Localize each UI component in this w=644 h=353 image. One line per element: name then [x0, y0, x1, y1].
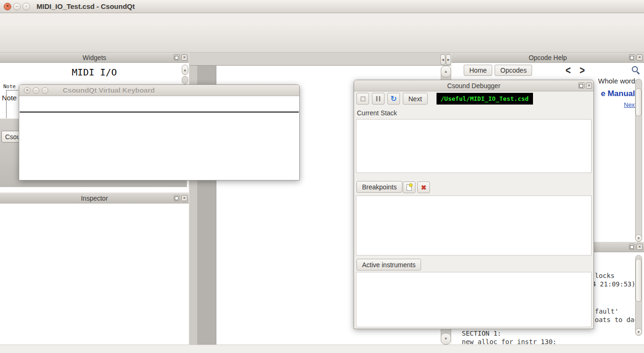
opcode-help-float-icon[interactable]	[629, 54, 635, 60]
active-instruments-table	[356, 272, 592, 327]
virtual-keyboard-window: ✕ – ▫ CsoundQt Virtual Keyboard	[19, 84, 300, 180]
tab-scroll-left-icon[interactable]: ◂	[440, 54, 445, 65]
opcode-help-titlebar: Opcode Help	[452, 53, 644, 63]
console-close-icon[interactable]	[637, 244, 643, 250]
console-output-fragment: oats to dac	[595, 316, 638, 323]
midi-io-widget-title: MIDI I/O	[0, 67, 189, 78]
widgets-close-icon[interactable]	[181, 54, 187, 60]
keyboard-close-icon[interactable]: ✕	[24, 87, 30, 94]
editor-tabbar	[189, 53, 451, 66]
inspector-dock-title: Inspector	[81, 195, 108, 202]
inspector-dock-titlebar: Inspector	[0, 193, 189, 203]
whole-words-label: Whole words	[598, 77, 639, 85]
stop-icon	[361, 97, 365, 101]
debugger-titlebar: Csound Debugger	[354, 80, 593, 91]
debug-stop-button[interactable]	[356, 93, 369, 105]
debugger-toolbar: ↻ Next /Useful/MIDI_IO_Test.csd	[356, 93, 533, 105]
active-instruments-button[interactable]: Active instruments	[356, 259, 421, 270]
groupbox-border	[6, 90, 18, 90]
keyboard-maximize-icon[interactable]: ▫	[42, 87, 48, 94]
inspector-close-icon[interactable]	[181, 195, 187, 201]
window-close-icon[interactable]: ✕	[4, 3, 11, 10]
main-toolbar	[0, 25, 644, 53]
manual-heading-fragment: e Manual	[601, 89, 635, 98]
help-back-icon[interactable]: <	[565, 64, 570, 77]
debug-next-button[interactable]: Next	[403, 93, 428, 105]
console-output-fragment: new alloc for instr 130:	[462, 338, 556, 345]
debugger-title: Csound Debugger	[447, 82, 501, 90]
current-stack-label: Current Stack	[357, 109, 397, 117]
new-document-icon	[407, 184, 412, 191]
console-output-fragment: SECTION 1:	[462, 330, 501, 337]
note-groupbox-label: Note	[3, 83, 16, 90]
groupbox-border	[6, 90, 7, 118]
debug-pause-button[interactable]	[372, 93, 385, 105]
manual-next-link[interactable]: Next	[624, 101, 637, 108]
keyboard-controls	[19, 96, 299, 112]
opcode-help-title: Opcode Help	[529, 54, 567, 61]
keyboard-window-titlebar: ✕ – ▫ CsoundQt Virtual Keyboard	[19, 85, 299, 96]
help-search-icon[interactable]	[632, 66, 638, 72]
inspector-dock: Inspector	[0, 193, 189, 345]
stack-table	[356, 119, 592, 173]
help-scrollbar-thumb[interactable]	[636, 88, 642, 116]
debug-refresh-button[interactable]: ↻	[387, 93, 400, 105]
widgets-scrollbar[interactable]	[182, 76, 188, 84]
debug-file-path: /Useful/MIDI_IO_Test.csd	[437, 93, 533, 105]
debugger-window: Csound Debugger ↻ Next /Useful/MIDI_IO_T…	[354, 80, 594, 329]
keyboard-minimize-icon[interactable]: –	[33, 87, 39, 94]
editor-scrollbar-up[interactable]: ▲	[441, 66, 451, 77]
console-float-icon[interactable]	[629, 244, 635, 250]
widgets-dock-titlebar: Widgets	[0, 53, 189, 63]
delete-icon: ✖	[421, 184, 427, 191]
debugger-close-icon[interactable]	[586, 83, 592, 89]
editor-scrollbar-down[interactable]: ▼	[441, 333, 451, 345]
opcode-help-close-icon[interactable]	[637, 54, 643, 60]
console-output-fragment: locks	[595, 272, 614, 279]
console-scrollbar-thumb[interactable]	[636, 259, 642, 302]
delete-breakpoint-button[interactable]: ✖	[417, 181, 430, 193]
menu-bar	[0, 13, 644, 25]
refresh-icon: ↻	[391, 95, 397, 103]
status-bar	[0, 345, 644, 353]
help-scrollbar-down[interactable]: ▼	[635, 234, 642, 242]
inspector-float-icon[interactable]	[174, 195, 180, 201]
breakpoints-table	[356, 195, 592, 255]
debugger-float-icon[interactable]	[578, 83, 585, 89]
tab-scroll-right-icon[interactable]: ▸	[446, 54, 451, 65]
console-scrollbar-down[interactable]: ▼	[635, 328, 642, 336]
help-forward-icon[interactable]: >	[580, 64, 585, 77]
widgets-scrollbar-up[interactable]: ▲	[182, 65, 188, 75]
csoundqt-window: ✕ – ▫ MIDI_IO_Test.csd - CsoundQt Widget…	[0, 0, 644, 353]
help-home-button[interactable]: Home	[464, 65, 492, 76]
console-output-fragment: 4 21:09:53)	[592, 280, 636, 288]
window-minimize-icon[interactable]: –	[13, 3, 21, 10]
widgets-dock-title: Widgets	[82, 54, 106, 61]
window-titlebar: ✕ – ▫ MIDI_IO_Test.csd - CsoundQt	[0, 0, 644, 13]
window-maximize-icon[interactable]: ▫	[22, 3, 30, 10]
console-output-fragment: fault'	[595, 308, 619, 315]
pause-icon	[376, 96, 380, 101]
window-title: MIDI_IO_Test.csd - CsoundQt	[37, 2, 135, 10]
note-widget-label: Note	[2, 94, 19, 102]
widgets-float-icon[interactable]	[174, 54, 180, 60]
help-opcodes-button[interactable]: Opcodes	[495, 65, 532, 76]
keyboard-window-title: CsoundQt Virtual Keyboard	[63, 86, 155, 94]
piano-keyboard[interactable]	[20, 112, 299, 180]
new-breakpoint-button[interactable]	[403, 181, 415, 193]
breakpoints-button[interactable]: Breakpoints	[356, 181, 402, 193]
